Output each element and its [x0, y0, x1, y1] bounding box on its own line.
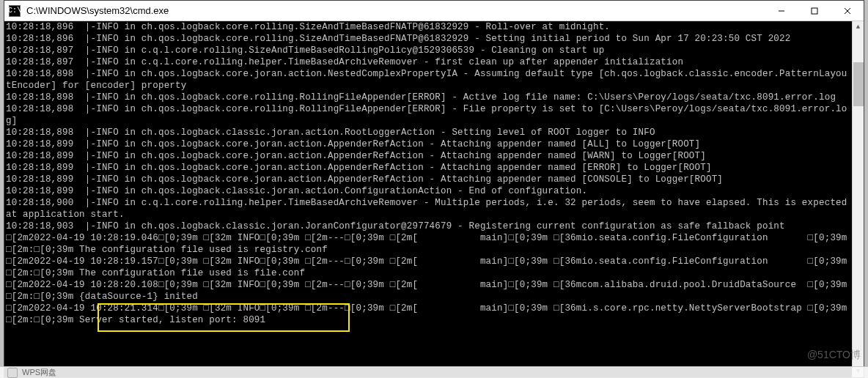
- titlebar[interactable]: C:\ C:\WINDOWS\system32\cmd.exe: [4, 1, 864, 21]
- cmd-window: C:\ C:\WINDOWS\system32\cmd.exe 10:28:18…: [4, 0, 864, 378]
- scroll-thumb[interactable]: [853, 62, 864, 106]
- log-line: 10:28:18,898 |-INFO in ch.qos.logback.co…: [6, 103, 850, 127]
- maximize-button[interactable]: [798, 1, 831, 21]
- log-line: 10:28:18,899 |-INFO in ch.qos.logback.co…: [6, 162, 850, 174]
- taskbar-item-label: WPS网盘: [22, 367, 56, 378]
- log-line: 10:28:18,899 |-INFO in ch.qos.logback.co…: [6, 150, 850, 162]
- log-line: 10:28:18,898 |-INFO in ch.qos.logback.co…: [6, 92, 850, 103]
- log-line: 10:28:18,896 |-INFO in ch.qos.logback.co…: [6, 21, 850, 33]
- svg-rect-1: [812, 8, 817, 14]
- log-line: 10:28:18,897 |-INFO in c.q.l.core.rollin…: [6, 45, 850, 56]
- taskbar: WPS网盘: [0, 366, 868, 378]
- log-line: □[2m2022-04-19 10:28:21.314□[0;39m □[32m…: [6, 303, 850, 326]
- log-line: □[2m2022-04-19 10:28:19.157□[0;39m □[32m…: [6, 256, 850, 279]
- log-line: □[2m2022-04-19 10:28:20.108□[0;39m □[32m…: [6, 279, 850, 303]
- log-line: 10:28:18,897 |-INFO in c.q.l.core.rollin…: [6, 56, 850, 68]
- log-line: 10:28:18,896 |-INFO in ch.qos.logback.co…: [6, 33, 850, 45]
- log-line: 10:28:18,900 |-INFO in c.q.l.core.rollin…: [6, 197, 850, 220]
- log-line: 10:28:18,899 |-INFO in ch.qos.logback.co…: [6, 138, 850, 150]
- close-button[interactable]: [831, 1, 864, 21]
- cmd-icon: C:\: [9, 5, 21, 17]
- log-line: □[2m2022-04-19 10:28:19.046□[0;39m □[32m…: [6, 232, 850, 256]
- log-line: 10:28:18,898 |-INFO in ch.qos.logback.co…: [6, 68, 850, 92]
- watermark-text: @51CTO博: [807, 349, 861, 362]
- minimize-button[interactable]: [765, 1, 798, 21]
- wps-icon: [7, 368, 18, 378]
- terminal-output[interactable]: 10:28:18,896 |-INFO in ch.qos.logback.co…: [4, 21, 852, 377]
- scroll-up-icon[interactable]: ▲: [853, 21, 864, 33]
- log-line: 10:28:18,898 |-INFO in ch.qos.logback.cl…: [6, 127, 850, 138]
- log-line: 10:28:18,899 |-INFO in ch.qos.logback.cl…: [6, 185, 850, 197]
- log-line: 10:28:18,899 |-INFO in ch.qos.logback.co…: [6, 174, 850, 185]
- vertical-scrollbar[interactable]: ▲ ▼: [852, 21, 864, 377]
- log-line: 10:28:18,903 |-INFO in ch.qos.logback.cl…: [6, 220, 850, 232]
- window-title: C:\WINDOWS\system32\cmd.exe: [26, 5, 169, 16]
